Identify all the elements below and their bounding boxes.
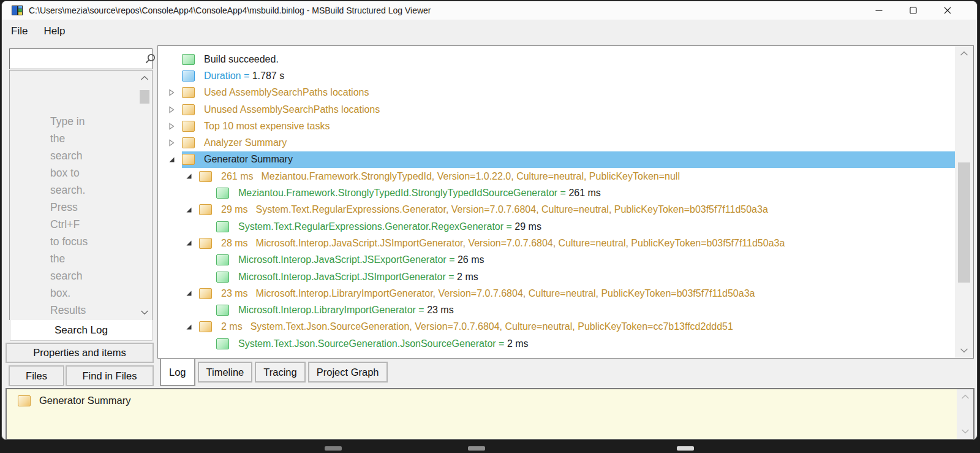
- menu-file[interactable]: File: [4, 23, 34, 40]
- expander-expanded-icon[interactable]: [186, 240, 192, 246]
- expander-toggle[interactable]: [184, 290, 194, 297]
- tree-row-content[interactable]: Duration = 1.787 s: [182, 67, 955, 84]
- tab-files[interactable]: Files: [9, 365, 64, 386]
- orange-node-icon: [199, 288, 212, 299]
- tree-row[interactable]: Unused AssemblySearchPaths locations: [158, 101, 955, 118]
- tree-row-text: Analyzer Summary: [204, 137, 287, 148]
- tree-row-content[interactable]: 23 msMicrosoft.Interop.LibraryImportGene…: [199, 285, 955, 302]
- tree-row-content[interactable]: Unused AssemblySearchPaths locations: [182, 101, 955, 118]
- tree-row-content[interactable]: Microsoft.Interop.LibraryImportGenerator…: [216, 302, 955, 318]
- tree-row-content[interactable]: Analyzer Summary: [182, 134, 955, 151]
- orange-node-icon: [182, 137, 195, 148]
- expander-collapsed-icon[interactable]: [168, 139, 175, 147]
- expander-toggle[interactable]: [184, 207, 194, 213]
- status-scrollbar[interactable]: [957, 389, 973, 439]
- tree-row[interactable]: 261 msMeziantou.Framework.StronglyTypedI…: [158, 168, 955, 185]
- tree-row[interactable]: Microsoft.Interop.JavaScript.JSExportGen…: [158, 252, 955, 268]
- tree-row[interactable]: Analyzer Summary: [158, 134, 955, 151]
- tree-row-content[interactable]: Meziantou.Framework.StronglyTypedId.Stro…: [216, 185, 955, 201]
- tree-row[interactable]: 2 msSystem.Text.Json.SourceGeneration, V…: [158, 319, 955, 335]
- tree-row-text: =: [241, 70, 252, 82]
- scroll-down-icon[interactable]: [960, 348, 968, 353]
- status-panel: Generator Summary: [6, 388, 974, 440]
- tree-row[interactable]: 28 msMicrosoft.Interop.JavaScript.JSImpo…: [158, 235, 955, 251]
- maximize-icon: [910, 7, 917, 14]
- tab-search-log[interactable]: Search Log: [10, 320, 153, 341]
- expander-toggle[interactable]: [167, 88, 176, 97]
- tree-row-content[interactable]: 28 msMicrosoft.Interop.JavaScript.JSImpo…: [199, 235, 955, 251]
- tree-row-content[interactable]: 261 msMeziantou.Framework.StronglyTypedI…: [199, 168, 955, 185]
- tree-row[interactable]: Top 10 most expensive tasks: [158, 118, 955, 134]
- search-hint: Type inthesearchbox tosearch.PressCtrl+F…: [50, 113, 88, 319]
- tree-row[interactable]: 29 msSystem.Text.RegularExpressions.Gene…: [158, 202, 955, 218]
- expander-toggle[interactable]: [167, 139, 176, 147]
- orange-node-icon: [199, 321, 212, 332]
- expander-toggle[interactable]: [167, 122, 176, 131]
- tree-row-text: Duration: [204, 70, 241, 82]
- expander-expanded-icon[interactable]: [186, 290, 192, 297]
- tree-row[interactable]: Microsoft.Interop.LibraryImportGenerator…: [158, 302, 955, 318]
- tree-row-content[interactable]: Microsoft.Interop.JavaScript.JSExportGen…: [216, 252, 955, 268]
- tree-row-text: =: [503, 221, 514, 232]
- tree-row-content[interactable]: Build succeeded.: [182, 51, 955, 67]
- expander-toggle[interactable]: [184, 173, 194, 180]
- scroll-up-icon[interactable]: [140, 75, 149, 81]
- tree-row[interactable]: Microsoft.Interop.JavaScript.JSImportGen…: [158, 268, 955, 285]
- close-button[interactable]: [930, 1, 965, 20]
- view-tabs: LogTimelineTracingProject Graph: [160, 359, 388, 386]
- scroll-down-icon[interactable]: [961, 428, 970, 434]
- tree-row-content[interactable]: System.Text.Json.SourceGeneration.JsonSo…: [216, 335, 955, 352]
- scrollbar-thumb[interactable]: [140, 90, 149, 104]
- tree-row[interactable]: Generator Summary: [158, 151, 955, 168]
- expander-expanded-icon[interactable]: [186, 324, 192, 330]
- tree-row[interactable]: Duration = 1.787 s: [158, 67, 955, 84]
- scroll-down-icon[interactable]: [140, 310, 149, 315]
- status-row[interactable]: Generator Summary: [18, 395, 130, 406]
- tree-row-content[interactable]: System.Text.RegularExpressions.Generator…: [216, 218, 955, 235]
- tree-row-content[interactable]: 2 msSystem.Text.Json.SourceGeneration, V…: [199, 319, 955, 335]
- minimize-button[interactable]: [862, 1, 896, 20]
- expander-toggle[interactable]: [184, 240, 194, 246]
- expander-expanded-icon[interactable]: [186, 207, 192, 213]
- scroll-up-icon[interactable]: [961, 394, 970, 400]
- scroll-up-icon[interactable]: [960, 51, 968, 56]
- expander-toggle[interactable]: [167, 105, 176, 114]
- tree-row[interactable]: System.Text.Json.SourceGeneration.JsonSo…: [158, 335, 955, 352]
- desktop-fragment: [468, 446, 485, 451]
- expander-collapsed-icon[interactable]: [168, 122, 175, 131]
- tree-row-text: =: [447, 254, 458, 265]
- expander-expanded-icon[interactable]: [186, 173, 192, 180]
- menu-help[interactable]: Help: [37, 23, 72, 40]
- tree-scrollbar[interactable]: [955, 46, 973, 358]
- tree-row-content[interactable]: Microsoft.Interop.JavaScript.JSImportGen…: [216, 268, 955, 285]
- expander-collapsed-icon[interactable]: [168, 105, 175, 114]
- tree-row[interactable]: Used AssemblySearchPaths locations: [158, 85, 955, 101]
- expander-expanded-icon[interactable]: [168, 156, 175, 163]
- tree-row-content[interactable]: Used AssemblySearchPaths locations: [182, 85, 955, 101]
- search-icon[interactable]: [144, 53, 156, 65]
- tab-properties-and-items[interactable]: Properties and items: [6, 343, 154, 363]
- tab-tracing[interactable]: Tracing: [255, 362, 305, 383]
- maximize-button[interactable]: [896, 1, 930, 20]
- tree-row-text: Microsoft.Interop.LibraryImportGenerator…: [256, 288, 755, 299]
- sidebar-scrollbar[interactable]: [137, 70, 152, 320]
- hint-line: search: [50, 267, 88, 284]
- tree-row-text: =: [496, 338, 507, 349]
- tab-project-graph[interactable]: Project Graph: [308, 362, 388, 383]
- tab-log[interactable]: Log: [160, 359, 195, 386]
- tree-row-content[interactable]: 29 msSystem.Text.RegularExpressions.Gene…: [199, 202, 955, 218]
- expander-toggle[interactable]: [167, 156, 176, 163]
- tree-row[interactable]: 23 msMicrosoft.Interop.LibraryImportGene…: [158, 285, 955, 302]
- tree-row[interactable]: Meziantou.Framework.StronglyTypedId.Stro…: [158, 185, 955, 201]
- tree-row[interactable]: System.Text.RegularExpressions.Generator…: [158, 218, 955, 235]
- scrollbar-thumb[interactable]: [958, 162, 970, 283]
- tab-timeline[interactable]: Timeline: [198, 362, 253, 383]
- tree-row-content-selected[interactable]: Generator Summary: [182, 151, 955, 168]
- tab-find-in-files[interactable]: Find in Files: [66, 365, 154, 386]
- expander-toggle[interactable]: [184, 324, 194, 330]
- green-node-icon: [216, 272, 229, 283]
- tree-row[interactable]: Build succeeded.: [158, 51, 955, 67]
- tree-row-content[interactable]: Top 10 most expensive tasks: [182, 118, 955, 134]
- search-input[interactable]: [10, 49, 144, 69]
- expander-collapsed-icon[interactable]: [168, 88, 175, 97]
